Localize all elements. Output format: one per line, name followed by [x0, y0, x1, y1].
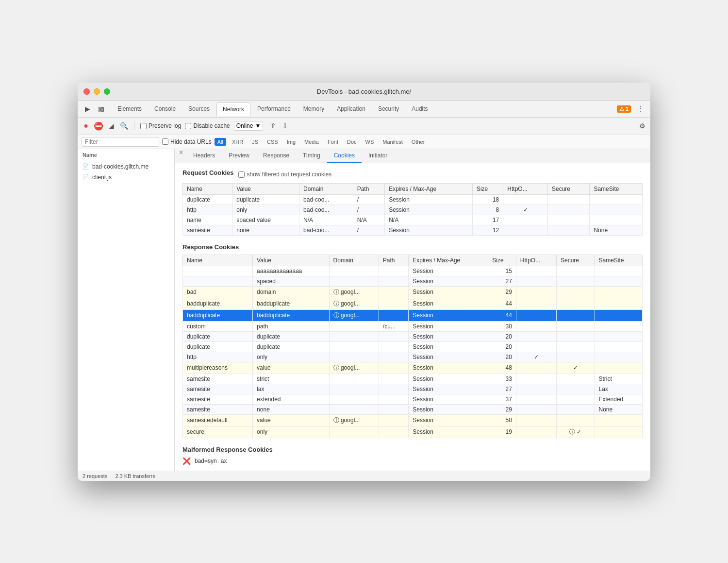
sub-tab-headers[interactable]: Headers [186, 149, 222, 163]
sub-tab-initiator[interactable]: Initiator [362, 149, 394, 163]
show-filtered-input[interactable] [238, 171, 245, 178]
transferred-size: 2.3 KB transferre [115, 473, 155, 479]
warning-badge[interactable]: ⚠ 1 [617, 105, 631, 113]
filter-img-btn[interactable]: Img [284, 138, 298, 146]
show-filtered-checkbox[interactable]: show filtered out request cookies [238, 171, 331, 178]
filter-icon[interactable]: ◢ [107, 121, 116, 130]
col-httpo[interactable]: HttpO... [503, 183, 548, 194]
col-expires[interactable]: Expires / Max-Age [385, 183, 473, 194]
tab-console[interactable]: Console [149, 102, 182, 115]
table-row[interactable]: custom path /cu... Session 30 [183, 321, 643, 331]
close-detail-icon[interactable]: ✕ [179, 149, 183, 163]
table-row[interactable]: samesite none Session 29 None [183, 404, 643, 414]
table-row[interactable]: name spaced value N/A N/A N/A 17 [183, 215, 643, 225]
sub-tab-response[interactable]: Response [256, 149, 296, 163]
tab-performance[interactable]: Performance [251, 102, 297, 115]
table-row[interactable]: samesite strict Session 33 Strict [183, 374, 643, 384]
titlebar: DevTools - bad-cookies.glitch.me/ [78, 83, 650, 101]
filter-xhr-btn[interactable]: XHR [229, 138, 246, 146]
filter-other-btn[interactable]: Other [409, 138, 428, 146]
table-row[interactable]: duplicate duplicate bad-coo... / Session… [183, 194, 643, 205]
select-element-icon[interactable]: ▶ [82, 103, 93, 115]
filter-font-btn[interactable]: Font [325, 138, 341, 146]
tab-elements[interactable]: Elements [112, 102, 148, 115]
table-row[interactable]: duplicate duplicate Session 20 [183, 341, 643, 352]
upload-icon[interactable]: ⇧ [269, 121, 278, 130]
col-secure[interactable]: Secure [547, 183, 589, 194]
table-row[interactable]: multiplereasons value ⓘ googl... Session… [183, 362, 643, 374]
error-icon: ❌ [182, 457, 191, 465]
settings-icon[interactable]: ⚙ [638, 121, 646, 130]
table-row[interactable]: samesite extended Session 37 Extended [183, 394, 643, 404]
hide-data-urls-input[interactable] [162, 138, 168, 145]
malformed-section: Malformed Response Cookies ❌ bad=syn ax [182, 446, 643, 465]
disable-cache-checkbox[interactable]: Disable cache [185, 122, 230, 129]
col-samesite[interactable]: SameSite [595, 255, 643, 266]
col-expires[interactable]: Expires / Max-Age [409, 255, 488, 266]
tab-sources[interactable]: Sources [182, 102, 215, 115]
table-row[interactable]: http only Session 20 ✓ [183, 352, 643, 362]
col-value[interactable]: Value [232, 183, 299, 194]
stop-icon[interactable]: ⛔ [94, 121, 103, 130]
record-icon[interactable]: ● [82, 121, 90, 130]
throttle-select[interactable]: Online ▼ [234, 121, 264, 131]
disable-cache-input[interactable] [185, 123, 191, 129]
table-row[interactable]: samesitedefault value ⓘ googl... Session… [183, 414, 643, 426]
more-options-icon[interactable]: ⋮ [635, 103, 646, 115]
sub-tab-timing[interactable]: Timing [296, 149, 327, 163]
col-name[interactable]: Name [183, 183, 232, 194]
filter-doc-btn[interactable]: Doc [344, 138, 360, 146]
table-row[interactable]: spaced Session 27 [183, 276, 643, 286]
col-size[interactable]: Size [472, 183, 503, 194]
download-icon[interactable]: ⇩ [281, 121, 289, 130]
col-domain[interactable]: Domain [299, 183, 353, 194]
col-httpo[interactable]: HttpO... [516, 255, 556, 266]
col-secure[interactable]: Secure [557, 255, 595, 266]
minimize-button[interactable] [94, 88, 100, 95]
col-domain[interactable]: Domain [329, 255, 379, 266]
filter-input[interactable] [82, 137, 159, 147]
tab-security[interactable]: Security [372, 102, 405, 115]
device-toolbar-icon[interactable]: ▩ [95, 103, 107, 115]
network-sidebar: Name 📄 bad-cookies.glitch.me 📄 client.js [78, 149, 175, 471]
table-row[interactable]: samesite lax Session 27 Lax [183, 384, 643, 394]
col-samesite[interactable]: SameSite [590, 183, 643, 194]
filter-media-btn[interactable]: Media [301, 138, 322, 146]
search-icon[interactable]: 🔍 [119, 121, 128, 130]
filter-js-btn[interactable]: JS [249, 138, 261, 146]
table-row[interactable]: http only bad-coo... / Session 8 ✓ [183, 205, 643, 215]
sub-tab-preview[interactable]: Preview [222, 149, 256, 163]
col-value[interactable]: Value [253, 255, 330, 266]
sidebar-item-client-js[interactable]: 📄 client.js [78, 172, 174, 183]
table-row[interactable]: duplicate duplicate Session 20 [183, 331, 643, 341]
col-size[interactable]: Size [488, 255, 516, 266]
filter-manifest-btn[interactable]: Manifest [380, 138, 406, 146]
hide-data-urls-checkbox[interactable]: Hide data URLs [162, 138, 212, 145]
malformed-label: bad=syn [195, 458, 217, 464]
filter-css-btn[interactable]: CSS [264, 138, 281, 146]
tab-audits[interactable]: Audits [406, 102, 433, 115]
tab-application[interactable]: Application [331, 102, 371, 115]
table-row[interactable]: aaaaaaaaaaaaaa Session 15 [183, 266, 643, 276]
request-cookies-title: Request Cookies [182, 169, 233, 176]
col-name[interactable]: Name [183, 255, 253, 266]
col-path[interactable]: Path [379, 255, 408, 266]
col-path[interactable]: Path [353, 183, 385, 194]
maximize-button[interactable] [104, 88, 110, 95]
table-row[interactable]: badduplicate badduplicate ⓘ googl... Ses… [183, 309, 643, 321]
preserve-log-input[interactable] [140, 123, 147, 129]
sub-tab-cookies[interactable]: Cookies [327, 149, 362, 163]
filter-ws-btn[interactable]: WS [363, 138, 377, 146]
table-row[interactable]: samesite none bad-coo... / Session 12 No… [183, 225, 643, 235]
table-row[interactable]: badduplicate badduplicate ⓘ googl... Ses… [183, 298, 643, 309]
tab-memory[interactable]: Memory [298, 102, 330, 115]
close-button[interactable] [83, 88, 90, 95]
tab-network[interactable]: Network [216, 102, 250, 116]
sidebar-item-bad-cookies[interactable]: 📄 bad-cookies.glitch.me [78, 161, 174, 172]
table-row[interactable]: secure only Session 19 ⓘ ✓ [183, 426, 643, 438]
preserve-log-checkbox[interactable]: Preserve log [140, 122, 181, 129]
table-row[interactable]: bad domain ⓘ googl... Session 29 [183, 286, 643, 298]
document-icon: 📄 [83, 174, 89, 180]
malformed-item: ❌ bad=syn ax [182, 457, 643, 465]
filter-all-btn[interactable]: All [215, 138, 226, 146]
